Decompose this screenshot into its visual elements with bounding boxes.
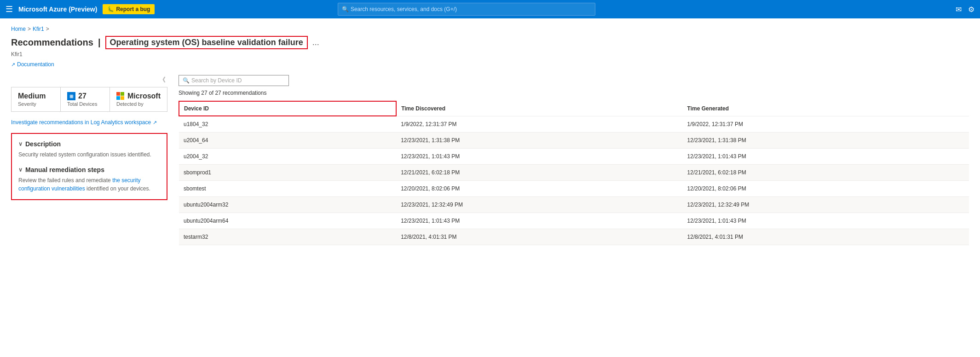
stats-row: Medium Severity ⊞ 27 Total Devices <box>11 87 167 112</box>
log-analytics-link[interactable]: Investigate recommendations in Log Analy… <box>11 119 167 126</box>
microsoft-logo-icon <box>116 92 125 100</box>
search-device-row: 🔍 <box>179 75 969 86</box>
left-panel: 《 Medium Severity ⊞ 27 Total Devices <box>11 75 167 245</box>
devices-label: Total Devices <box>67 101 103 107</box>
top-navbar: ☰ Microsoft Azure (Preview) 🐛 Report a b… <box>0 0 980 18</box>
severity-stat: Medium Severity <box>12 87 61 111</box>
collapse-button[interactable]: 《 <box>157 75 167 85</box>
remediation-heading: ∨ Manual remediation steps <box>18 166 160 173</box>
settings-icon[interactable]: ⚙ <box>968 5 974 14</box>
cell-time-discovered: 1/9/2022, 12:31:37 PM <box>396 116 682 132</box>
global-search-input[interactable] <box>351 6 591 12</box>
doc-link-text: Documentation <box>17 61 54 68</box>
cell-time-generated: 12/23/2021, 1:31:38 PM <box>683 132 969 149</box>
cell-device-id: u1804_32 <box>179 116 396 132</box>
breadcrumb-sep2: > <box>46 26 49 32</box>
search-device-icon: 🔍 <box>183 77 190 84</box>
description-section: ∨ Description Security related system co… <box>18 140 160 159</box>
col-header-time-discovered: Time Discovered <box>396 101 682 116</box>
devices-stat: ⊞ 27 Total Devices <box>61 87 110 111</box>
svg-rect-3 <box>121 96 124 100</box>
table-row[interactable]: ubuntu2004arm32 12/23/2021, 12:32:49 PM … <box>179 197 969 213</box>
severity-label: Severity <box>18 101 54 107</box>
search-icon: 🔍 <box>342 6 349 12</box>
description-heading: ∨ Description <box>18 140 160 148</box>
page-header: Recommendations | Operating system (OS) … <box>11 36 969 49</box>
ellipsis-button[interactable]: ... <box>312 38 319 47</box>
cell-device-id: ubuntu2004arm32 <box>179 197 396 213</box>
cell-time-generated: 12/23/2021, 12:32:49 PM <box>683 197 969 213</box>
device-icon: ⊞ <box>67 92 75 100</box>
azure-title: Microsoft Azure (Preview) <box>18 6 97 13</box>
cell-time-discovered: 12/23/2021, 12:32:49 PM <box>396 197 682 213</box>
cell-time-discovered: 12/8/2021, 4:01:31 PM <box>396 229 682 245</box>
table-row[interactable]: ubuntu2004arm64 12/23/2021, 1:01:43 PM 1… <box>179 213 969 229</box>
search-device-input[interactable] <box>191 77 285 84</box>
remediation-text: Review the failed rules and remediate th… <box>18 176 160 193</box>
cell-time-generated: 12/8/2021, 4:01:31 PM <box>683 229 969 245</box>
table-row[interactable]: sbomtest 12/20/2021, 8:02:06 PM 12/20/20… <box>179 181 969 197</box>
description-title: Description <box>25 140 61 148</box>
svg-rect-2 <box>116 96 120 100</box>
external-link-icon: ↗ <box>153 120 157 126</box>
report-bug-button[interactable]: 🐛 Report a bug <box>103 4 155 14</box>
collapse-btn-row: 《 <box>11 75 167 85</box>
remediation-section: ∨ Manual remediation steps Review the fa… <box>18 166 160 193</box>
table-row[interactable]: u2004_32 12/23/2021, 1:01:43 PM 12/23/20… <box>179 149 969 165</box>
main-content: Home > Kfir1 > Recommendations | Operati… <box>0 18 980 357</box>
cell-time-generated: 12/23/2021, 1:01:43 PM <box>683 149 969 165</box>
global-search-bar[interactable]: 🔍 <box>338 3 595 16</box>
remediation-title: Manual remediation steps <box>25 166 104 173</box>
right-panel: 🔍 Showing 27 of 27 recommendations Devic… <box>179 75 969 245</box>
severity-value: Medium <box>18 92 54 100</box>
cell-device-id: sbomprod1 <box>179 165 396 181</box>
mail-icon[interactable]: ✉ <box>956 5 962 14</box>
cell-time-generated: 12/20/2021, 8:02:06 PM <box>683 181 969 197</box>
cell-time-generated: 1/9/2022, 12:31:37 PM <box>683 116 969 132</box>
cell-time-generated: 12/23/2021, 1:01:43 PM <box>683 213 969 229</box>
cell-time-discovered: 12/23/2021, 1:31:38 PM <box>396 132 682 149</box>
device-table: Device ID Time Discovered Time Generated… <box>179 101 969 245</box>
cell-device-id: u2004_32 <box>179 149 396 165</box>
description-text: Security related system configuration is… <box>18 150 160 159</box>
info-box: ∨ Description Security related system co… <box>11 133 167 200</box>
report-bug-label: Report a bug <box>116 6 150 12</box>
cell-time-discovered: 12/21/2021, 6:02:18 PM <box>396 165 682 181</box>
search-device-container[interactable]: 🔍 <box>179 75 289 86</box>
svg-rect-0 <box>116 92 120 96</box>
doc-link-icon: ↗ <box>11 62 15 68</box>
cell-time-discovered: 12/23/2021, 1:01:43 PM <box>396 213 682 229</box>
breadcrumb-home[interactable]: Home <box>11 26 26 32</box>
sub-title: Kfir1 <box>11 51 969 58</box>
two-column-layout: 《 Medium Severity ⊞ 27 Total Devices <box>11 75 969 245</box>
breadcrumb-sep1: > <box>28 26 31 32</box>
col-header-time-generated: Time Generated <box>683 101 969 116</box>
cell-time-discovered: 12/23/2021, 1:01:43 PM <box>396 149 682 165</box>
table-row[interactable]: u2004_64 12/23/2021, 1:31:38 PM 12/23/20… <box>179 132 969 149</box>
table-row[interactable]: sbomprod1 12/21/2021, 6:02:18 PM 12/21/2… <box>179 165 969 181</box>
breadcrumb-kfir[interactable]: Kfir1 <box>33 26 44 32</box>
bug-icon: 🐛 <box>107 6 114 12</box>
cell-device-id: testarm32 <box>179 229 396 245</box>
cell-device-id: sbomtest <box>179 181 396 197</box>
breadcrumb: Home > Kfir1 > <box>11 26 969 32</box>
cell-time-discovered: 12/20/2021, 8:02:06 PM <box>396 181 682 197</box>
table-body: u1804_32 1/9/2022, 12:31:37 PM 1/9/2022,… <box>179 116 969 245</box>
showing-text: Showing 27 of 27 recommendations <box>179 90 969 96</box>
cell-device-id: ubuntu2004arm64 <box>179 213 396 229</box>
documentation-link[interactable]: ↗ Documentation <box>11 61 969 68</box>
recommendation-title: Operating system (OS) baseline validatio… <box>105 36 308 49</box>
detected-stat: Microsoft Detected by <box>110 87 167 111</box>
col-header-device-id: Device ID <box>179 101 396 116</box>
devices-value: ⊞ 27 <box>67 92 103 100</box>
detected-value: Microsoft <box>116 92 161 100</box>
description-chevron-icon[interactable]: ∨ <box>18 141 23 147</box>
log-analytics-link-text: Investigate recommendations in Log Analy… <box>11 119 151 126</box>
remediation-chevron-icon[interactable]: ∨ <box>18 167 23 173</box>
remediation-link[interactable]: the security configuration vulnerabiliti… <box>18 177 140 192</box>
cell-time-generated: 12/21/2021, 6:02:18 PM <box>683 165 969 181</box>
table-row[interactable]: u1804_32 1/9/2022, 12:31:37 PM 1/9/2022,… <box>179 116 969 132</box>
hamburger-icon[interactable]: ☰ <box>6 4 13 14</box>
table-row[interactable]: testarm32 12/8/2021, 4:01:31 PM 12/8/202… <box>179 229 969 245</box>
table-header-row: Device ID Time Discovered Time Generated <box>179 101 969 116</box>
